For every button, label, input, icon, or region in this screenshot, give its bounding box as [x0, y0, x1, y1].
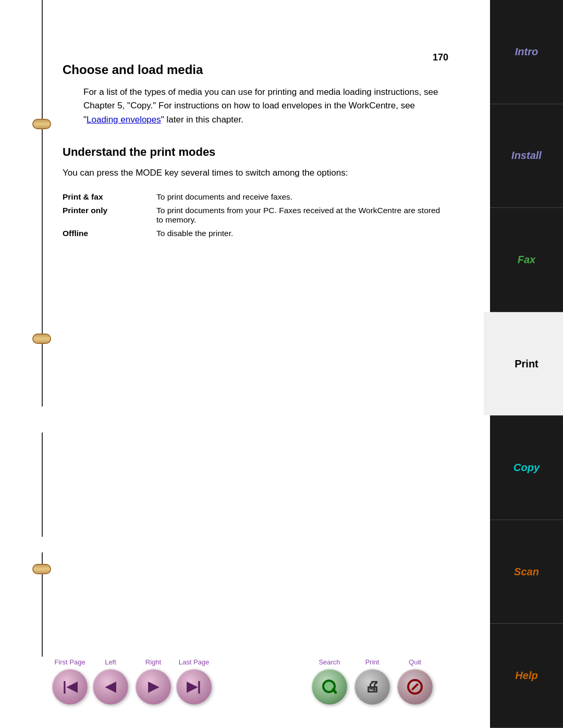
last-page-label: Last Page [179, 658, 210, 666]
table-row: Printer only To print documents from you… [63, 204, 448, 227]
quit-button[interactable] [397, 669, 433, 705]
sidebar-item-intro[interactable]: Intro [490, 0, 563, 104]
section2-intro: You can press the MODE key several times… [63, 166, 448, 180]
sidebar-label-fax: Fax [518, 254, 535, 266]
section1-title: Choose and load media [63, 63, 448, 77]
section-choose-load: Choose and load media For a list of the … [63, 63, 448, 127]
main-content: 170 Choose and load media For a list of … [0, 0, 490, 728]
section2-title: Understand the print modes [63, 145, 448, 159]
left-icon: ◀ [105, 678, 116, 695]
search-label: Search [319, 658, 340, 666]
sidebar-label-print: Print [515, 358, 538, 370]
nav-group-quit: Quit [397, 658, 433, 705]
right-icon: ▶ [148, 678, 158, 695]
sidebar-item-copy[interactable]: Copy [490, 416, 563, 520]
left-button[interactable]: ◀ [93, 669, 128, 705]
mode-desc-2: To print documents from your PC. Faxes r… [156, 204, 448, 227]
sidebar-label-copy: Copy [513, 462, 540, 474]
sidebar: Intro Install Fax Print Copy Scan Help [490, 0, 563, 728]
print-icon: 🖨 [365, 678, 380, 695]
mode-label-1: Print & fax [63, 190, 156, 204]
sidebar-label-scan: Scan [514, 566, 539, 578]
left-label: Left [105, 658, 116, 666]
sidebar-label-install: Install [511, 150, 542, 162]
sidebar-item-help[interactable]: Help [490, 624, 563, 728]
nav-group-left: Left ◀ [93, 658, 128, 705]
print-button[interactable]: 🖨 [354, 669, 390, 705]
mode-label-2: Printer only [63, 204, 156, 227]
nav-group-right: Right ▶ [136, 658, 171, 705]
nav-group-search: Search [312, 658, 347, 705]
sidebar-label-intro: Intro [515, 46, 538, 58]
section-print-modes: Understand the print modes You can press… [63, 145, 448, 240]
first-page-label: First Page [54, 658, 85, 666]
last-page-button[interactable]: ▶| [176, 669, 212, 705]
right-label: Right [145, 658, 161, 666]
nav-group-print: Print 🖨 [354, 658, 390, 705]
quit-icon [407, 679, 423, 695]
table-row: Print & fax To print documents and recei… [63, 190, 448, 204]
table-row: Offline To disable the printer. [63, 227, 448, 240]
quit-label: Quit [409, 658, 421, 666]
sidebar-item-fax[interactable]: Fax [490, 208, 563, 312]
mode-label-3: Offline [63, 227, 156, 240]
print-nav-label: Print [365, 658, 380, 666]
nav-group-first: First Page |◀ [52, 658, 88, 705]
mode-desc-3: To disable the printer. [156, 227, 448, 240]
search-button[interactable] [312, 669, 347, 705]
sidebar-item-install[interactable]: Install [490, 104, 563, 208]
first-page-button[interactable]: |◀ [52, 669, 88, 705]
right-button[interactable]: ▶ [136, 669, 171, 705]
first-page-icon: |◀ [63, 678, 77, 695]
sidebar-item-scan[interactable]: Scan [490, 520, 563, 624]
modes-table: Print & fax To print documents and recei… [63, 190, 448, 240]
sidebar-label-help: Help [515, 670, 537, 682]
sidebar-item-print[interactable]: Print [490, 312, 563, 416]
search-icon [321, 678, 338, 695]
page-number: 170 [433, 52, 448, 63]
mode-desc-1: To print documents and receive faxes. [156, 190, 448, 204]
nav-bar: First Page |◀ Left ◀ Right ▶ Last Page ▶… [0, 645, 490, 728]
last-page-icon: ▶| [187, 678, 201, 695]
loading-envelopes-link[interactable]: Loading envelopes [87, 115, 161, 125]
section1-body: For a list of the types of media you can… [83, 85, 448, 127]
nav-group-last: Last Page ▶| [176, 658, 212, 705]
